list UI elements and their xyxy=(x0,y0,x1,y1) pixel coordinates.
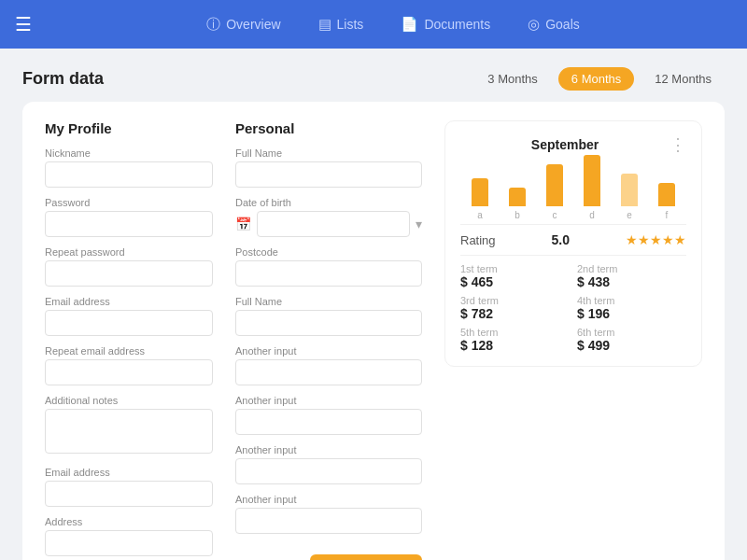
term-label: 2nd term xyxy=(577,263,686,274)
continue-button[interactable]: CONTINUE xyxy=(310,554,422,560)
form-card: My Profile Nickname Password Repeat pass… xyxy=(22,102,725,560)
bar-item: c xyxy=(539,164,571,220)
stars: ★★★★★ xyxy=(626,232,686,247)
label-another2: Another input xyxy=(235,395,422,406)
nav-lists-label: Lists xyxy=(337,17,364,32)
input-address[interactable] xyxy=(45,530,213,556)
filter-12months[interactable]: 12 Months xyxy=(641,67,725,91)
input-password[interactable] xyxy=(45,211,213,237)
input-repeat-password[interactable] xyxy=(45,260,213,287)
nav-item-documents[interactable]: 📄 Documents xyxy=(401,16,490,33)
documents-icon: 📄 xyxy=(401,16,418,33)
top-bar: Form data 3 Months 6 Months 12 Months xyxy=(22,67,725,91)
bar xyxy=(658,183,675,206)
term-value: $ 128 xyxy=(460,338,570,353)
field-additional-notes: Additional notes xyxy=(45,395,213,457)
bar-item: e xyxy=(613,174,645,220)
field-repeat-password: Repeat password xyxy=(45,246,213,287)
term-item: 4th term$ 196 xyxy=(577,295,686,321)
term-label: 3rd term xyxy=(460,295,570,306)
more-options-icon[interactable]: ⋮ xyxy=(669,134,686,155)
field-another2: Another input xyxy=(235,395,422,435)
filter-6months[interactable]: 6 Months xyxy=(558,67,634,91)
field-another4: Another input xyxy=(235,494,422,534)
input-another1[interactable] xyxy=(235,359,422,385)
label-email: Email address xyxy=(45,296,213,307)
nav-item-overview[interactable]: ⓘ Overview xyxy=(206,16,280,34)
chevron-down-icon: ▾ xyxy=(416,217,422,231)
input-postcode[interactable] xyxy=(235,260,422,287)
bar-label: c xyxy=(553,210,557,220)
term-item: 1st term$ 465 xyxy=(460,263,570,289)
chart-title: September xyxy=(460,137,669,152)
nav-documents-label: Documents xyxy=(424,17,490,32)
main-content: Form data 3 Months 6 Months 12 Months My… xyxy=(0,49,747,560)
term-item: 5th term$ 128 xyxy=(460,327,570,353)
nav-item-goals[interactable]: ◎ Goals xyxy=(528,16,580,33)
term-label: 4th term xyxy=(577,295,686,306)
input-another2[interactable] xyxy=(235,409,422,435)
term-label: 5th term xyxy=(460,327,570,338)
input-nickname[interactable] xyxy=(45,161,213,188)
input-repeat-email[interactable] xyxy=(45,359,213,385)
chart-section: September ⋮ abcdef Rating 5.0 ★★★★★ 1st … xyxy=(444,120,702,560)
label-repeat-email: Repeat email address xyxy=(45,345,213,357)
bar-item: f xyxy=(651,183,683,220)
overview-icon: ⓘ xyxy=(206,16,220,34)
filter-3months[interactable]: 3 Months xyxy=(474,67,550,91)
hamburger-icon[interactable]: ☰ xyxy=(15,13,32,35)
time-filters: 3 Months 6 Months 12 Months xyxy=(474,67,725,91)
field-email: Email address xyxy=(45,296,213,336)
input-additional-notes[interactable] xyxy=(45,409,213,454)
navbar: ☰ ⓘ Overview ▤ Lists 📄 Documents ◎ Goals xyxy=(0,0,747,49)
label-address: Address xyxy=(45,516,213,527)
term-label: 1st term xyxy=(460,263,570,274)
bar-label: e xyxy=(627,210,632,220)
input-email[interactable] xyxy=(45,310,213,336)
bar xyxy=(621,174,638,206)
bar-item: a xyxy=(464,178,496,220)
label-another1: Another input xyxy=(235,345,422,357)
input-dob[interactable] xyxy=(257,211,410,237)
nav-overview-label: Overview xyxy=(226,17,280,32)
field-postcode: Postcode xyxy=(235,246,422,287)
field-full-name2: Full Name xyxy=(235,296,422,336)
bar xyxy=(509,188,526,206)
label-nickname: Nickname xyxy=(45,147,213,159)
term-item: 2nd term$ 438 xyxy=(577,263,686,289)
term-item: 6th term$ 499 xyxy=(577,327,686,353)
term-value: $ 196 xyxy=(577,306,686,321)
my-profile-title: My Profile xyxy=(45,120,213,136)
field-email2: Email address xyxy=(45,467,213,507)
bar xyxy=(472,178,488,206)
term-label: 6th term xyxy=(577,327,686,338)
field-another1: Another input xyxy=(235,345,422,385)
field-full-name: Full Name xyxy=(235,147,422,188)
page-title: Form data xyxy=(22,69,104,89)
nav-goals-label: Goals xyxy=(545,17,580,32)
input-another3[interactable] xyxy=(235,458,422,484)
input-another4[interactable] xyxy=(235,508,422,534)
nav-items: ⓘ Overview ▤ Lists 📄 Documents ◎ Goals xyxy=(54,16,732,34)
field-address: Address xyxy=(45,516,213,556)
rating-label: Rating xyxy=(460,233,496,247)
input-full-name2[interactable] xyxy=(235,310,422,336)
nav-item-lists[interactable]: ▤ Lists xyxy=(318,16,364,33)
goals-icon: ◎ xyxy=(528,16,540,33)
bar-item: b xyxy=(501,188,533,220)
chart-card: September ⋮ abcdef Rating 5.0 ★★★★★ 1st … xyxy=(444,120,702,367)
bar xyxy=(584,155,600,206)
field-nickname: Nickname xyxy=(45,147,213,188)
label-postcode: Postcode xyxy=(235,246,422,258)
label-password: Password xyxy=(45,197,213,208)
input-full-name[interactable] xyxy=(235,161,422,188)
input-email2[interactable] xyxy=(45,481,213,507)
label-full-name: Full Name xyxy=(235,147,422,159)
bar-label: d xyxy=(589,210,595,220)
label-another3: Another input xyxy=(235,444,422,455)
personal-section: Personal Full Name Date of birth 📅 ▾ Pos… xyxy=(235,120,422,560)
label-additional-notes: Additional notes xyxy=(45,395,213,406)
terms-grid: 1st term$ 4652nd term$ 4383rd term$ 7824… xyxy=(460,263,686,353)
field-password: Password xyxy=(45,197,213,237)
bar-label: a xyxy=(477,210,483,220)
